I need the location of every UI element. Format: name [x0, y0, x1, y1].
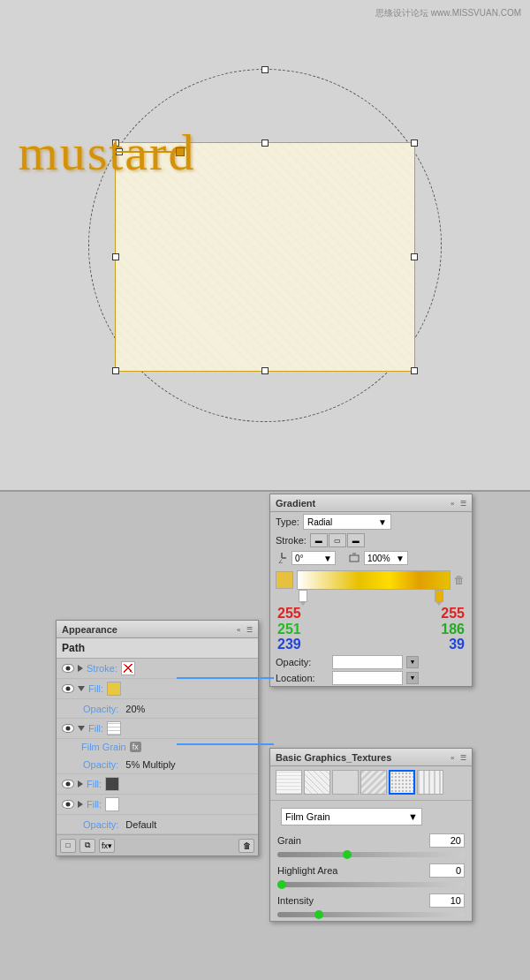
textures-titlebar: Basic Graphics_Textures « ☰ — [270, 749, 472, 766]
handle-bottom-left[interactable] — [112, 367, 119, 374]
texture-thumb-3[interactable] — [332, 770, 359, 795]
stroke-eye[interactable] — [62, 664, 74, 673]
filmgrain-dropdown-label: Film Grain — [285, 811, 330, 822]
filmgrain-dropdown[interactable]: Film Grain ▼ — [281, 808, 422, 825]
watermark: 思绦设计论坛 www.MISSVUAN.COM — [375, 7, 521, 19]
gradient-scale-value: 100% — [367, 554, 390, 563]
intensity-slider-track[interactable] — [277, 912, 465, 917]
fill3-eye[interactable] — [62, 780, 74, 788]
appearance-menu-btn[interactable]: ☰ — [246, 626, 253, 632]
filmgrain-fx[interactable]: fx — [130, 742, 141, 752]
footer-fx-btn[interactable]: fx▾ — [99, 839, 115, 853]
gradient-menu-btn[interactable]: ☰ — [460, 500, 466, 506]
gradient-opacity-field[interactable] — [332, 655, 403, 669]
gradient-right-rgb: 255 186 39 — [441, 606, 465, 652]
footer-duplicate-btn[interactable]: ⧉ — [80, 839, 95, 853]
textures-collapse-btn[interactable]: « — [450, 754, 457, 760]
grain-value[interactable]: 20 — [429, 833, 465, 848]
gradient-stops-row — [270, 590, 472, 604]
gradient-location-field[interactable] — [332, 671, 403, 685]
gradient-opacity-label: Opacity: — [276, 657, 329, 667]
handle-bottom-right[interactable] — [411, 367, 418, 374]
texture-thumb-6[interactable] — [417, 770, 443, 795]
highlight-value[interactable]: 0 — [429, 863, 465, 878]
highlight-slider-track[interactable] — [277, 882, 465, 887]
canvas-area: 思绦设计论坛 www.MISSVUAN.COM mustard — [0, 0, 530, 490]
gradient-location-dd[interactable]: ▼ — [406, 672, 419, 684]
gradient-stop-left[interactable] — [299, 590, 307, 602]
stroke-btn-1[interactable]: ▬ — [310, 533, 328, 547]
fill2-arrow[interactable] — [78, 726, 85, 731]
gradient-angle-dd: ▼ — [323, 554, 332, 563]
connector-line-1 — [177, 677, 274, 679]
stroke-btn-2[interactable]: ▭ — [329, 533, 346, 547]
textures-panel: Basic Graphics_Textures « ☰ Film Grain ▼ — [269, 748, 473, 922]
textures-menu-btn[interactable]: ☰ — [460, 754, 466, 760]
grain-slider-row[interactable] — [270, 850, 472, 861]
grain-slider-track[interactable] — [277, 852, 465, 857]
appearance-collapse-btn[interactable]: « — [237, 626, 243, 632]
gradient-preview-bar[interactable] — [297, 570, 450, 590]
fill1-label: Fill: — [88, 683, 103, 694]
grain-label: Grain — [277, 835, 301, 846]
connector-line-2 — [177, 743, 274, 745]
fill4-swatch[interactable] — [105, 797, 119, 811]
gradient-angle-input[interactable]: 0° ▼ — [292, 551, 336, 565]
intensity-slider-row[interactable] — [270, 910, 472, 921]
opacity3-value: Default — [125, 819, 156, 830]
appearance-panel: Appearance « ☰ Path Stroke: Fill: Opacit — [56, 620, 259, 856]
gradient-g-right: 186 — [441, 622, 465, 637]
fill2-eye[interactable] — [62, 724, 74, 733]
fill4-eye[interactable] — [62, 800, 74, 809]
footer-new-layer-btn[interactable]: □ — [60, 839, 76, 853]
fill1-eye[interactable] — [62, 684, 74, 693]
gradient-panel-controls: « ☰ — [450, 500, 466, 506]
texture-thumb-1[interactable] — [276, 770, 302, 795]
texture-thumb-5[interactable] — [389, 770, 415, 795]
handle-middle-right[interactable] — [411, 253, 418, 260]
appearance-title: Appearance — [62, 624, 117, 635]
fill2-swatch[interactable] — [107, 721, 121, 735]
highlight-param-row: Highlight Area 0 — [270, 861, 472, 880]
rect-card-inner: mustard — [116, 143, 414, 371]
fill3-arrow[interactable] — [78, 780, 83, 788]
gradient-opacity-dd[interactable]: ▼ — [406, 656, 419, 668]
highlight-slider-row[interactable] — [270, 880, 472, 891]
trash-icon[interactable]: 🗑 — [454, 574, 466, 586]
texture-thumb-4[interactable] — [360, 770, 387, 795]
intensity-value[interactable]: 10 — [429, 893, 465, 908]
fill3-swatch[interactable] — [105, 777, 119, 791]
stroke-swatch[interactable] — [121, 661, 135, 675]
circle-handle-top[interactable] — [261, 66, 269, 73]
grain-slider-thumb[interactable] — [343, 850, 352, 859]
gradient-b-left: 239 — [277, 637, 301, 652]
handle-middle-left[interactable] — [112, 253, 119, 260]
gradient-rgb-row: 255 251 239 255 186 39 — [270, 604, 472, 654]
stroke-arrow[interactable] — [78, 665, 83, 672]
appearance-fill2-row: Fill: — [57, 719, 258, 739]
stroke-btn-3[interactable]: ▬ — [347, 533, 365, 547]
handle-top-right[interactable] — [411, 139, 418, 147]
gradient-location-label: Location: — [276, 673, 329, 683]
fill4-arrow[interactable] — [78, 801, 83, 808]
opacity2-label: Opacity: — [83, 759, 118, 770]
intensity-slider-thumb[interactable] — [314, 910, 323, 919]
gradient-stroke-buttons: ▬ ▭ ▬ — [310, 533, 365, 547]
texture-thumb-2[interactable] — [304, 770, 330, 795]
footer-delete-btn[interactable]: 🗑 — [238, 839, 254, 853]
gradient-swatch-small[interactable] — [276, 571, 293, 589]
handle-bottom-center[interactable] — [261, 367, 269, 374]
gradient-scale-input[interactable]: 100% ▼ — [364, 551, 408, 565]
highlight-slider-thumb[interactable] — [277, 880, 286, 889]
fill1-swatch[interactable] — [107, 682, 121, 696]
gradient-collapse-btn[interactable]: « — [450, 500, 457, 506]
gradient-angle-row: ∠ 0° ▼ 100% ▼ — [270, 549, 472, 567]
ext-handle[interactable] — [176, 147, 185, 156]
gradient-panel-title: Gradient — [276, 498, 315, 509]
rect-card[interactable]: mustard — [115, 142, 415, 372]
textures-divider — [270, 800, 472, 801]
gradient-type-select[interactable]: Radial ▼ — [303, 514, 391, 530]
fill1-arrow[interactable] — [78, 686, 85, 691]
handle-top-center[interactable] — [261, 139, 269, 147]
gradient-stop-right[interactable] — [435, 590, 443, 602]
